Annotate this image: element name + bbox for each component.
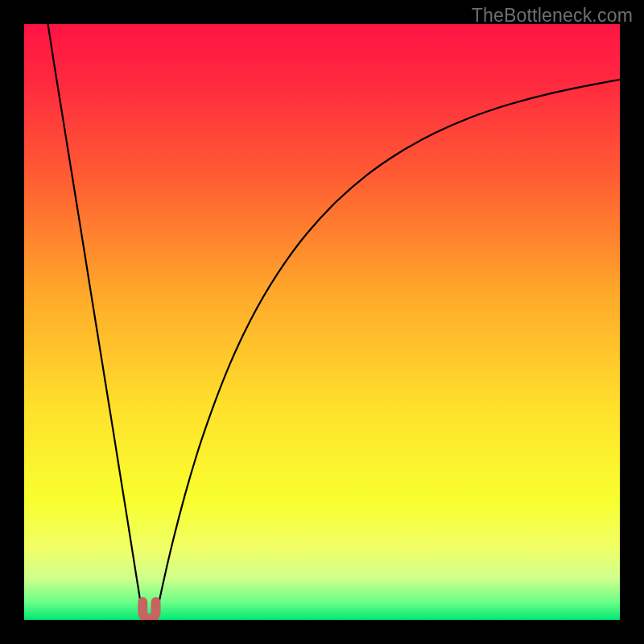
chart-background bbox=[24, 24, 620, 620]
watermark-text: TheBottleneck.com bbox=[472, 5, 633, 27]
chart-frame: TheBottleneck.com bbox=[0, 0, 644, 644]
bottleneck-chart bbox=[24, 24, 620, 620]
